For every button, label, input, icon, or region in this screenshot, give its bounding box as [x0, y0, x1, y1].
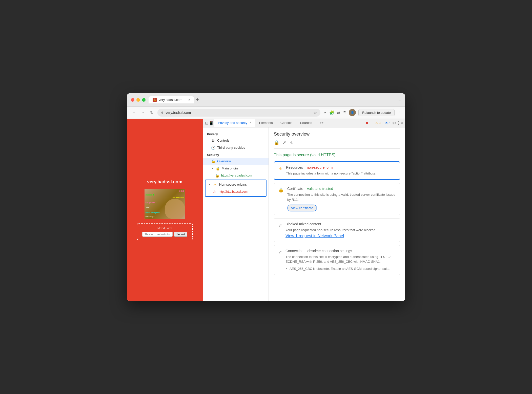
- tab-console[interactable]: Console: [277, 119, 296, 127]
- resources-card-title: Resources – non-secure form: [286, 165, 396, 169]
- connection-card-desc: The connection to this site is encrypted…: [285, 254, 396, 264]
- sidebar-item-overview-label: Overview: [217, 159, 231, 163]
- view-request-link[interactable]: View 1 request in Network Panel: [285, 234, 396, 238]
- nav-bar: ← → ↻ ⊕ very.badssl.com ☆ ✂ 🧩 ⇄ ⚗ 👤 Rela…: [127, 107, 405, 119]
- sidebar-item-cookies-label: Third-party cookies: [217, 146, 245, 149]
- extensions-icon[interactable]: 🧩: [329, 110, 334, 115]
- devtools-selector-icon[interactable]: ⊡: [205, 121, 208, 125]
- certificate-lock-icon: 🔒: [278, 187, 284, 211]
- doge-text-3: mixd content: [173, 196, 184, 199]
- tab-close-button[interactable]: ×: [188, 98, 190, 102]
- sidebar-item-non-secure-label: Non-secure origins: [219, 183, 247, 186]
- mixed-card-desc: Your page requested non-secure resources…: [285, 228, 396, 233]
- view-certificate-button[interactable]: View certificate: [287, 205, 317, 211]
- sidebar-item-main-origin-label: Main origin: [222, 166, 238, 170]
- reload-button[interactable]: ↻: [149, 109, 154, 116]
- https-lock-icon: 🔒: [215, 173, 219, 178]
- privacy-section-title: Privacy: [203, 130, 269, 137]
- mixed-form-label: Mixed Form: [142, 227, 187, 230]
- new-tab-button[interactable]: +: [196, 97, 199, 102]
- resources-title-accent: non-secure form: [307, 165, 333, 169]
- devtools-badges: ✖ 1 ⚠ 3 ✖ 2: [364, 121, 392, 125]
- scissors-icon[interactable]: ✂: [323, 110, 327, 115]
- connection-title-prefix: Connection – obsolete connection setting…: [285, 249, 352, 253]
- sidebar-item-non-secure[interactable]: ▼ ⚠ Non-secure origins: [207, 181, 265, 188]
- form-row: Submit: [142, 232, 187, 237]
- warning-badge[interactable]: ⚠ 3: [374, 121, 382, 125]
- secure-message: This page is secure (valid HTTPS).: [274, 153, 400, 157]
- relaunch-button[interactable]: Relaunch to update: [358, 109, 395, 116]
- tab-bar: 🔒 very.badssl.com × + ⌄: [149, 96, 401, 103]
- doge-text-2: shaaad-1: [146, 194, 154, 196]
- devtools-main-panel: Security overview 🔒 ⤢ ⚠ This page is sec…: [269, 127, 405, 301]
- doge-body: [165, 199, 185, 219]
- connection-bullet-1: AES_256_CBC is obsolete. Enable an AES-G…: [290, 266, 396, 272]
- site-title: very.badssl.com: [147, 179, 182, 185]
- devtools-panel: ⊡ 📱 Privacy and security × Elements Cons…: [203, 119, 405, 301]
- controls-icon: ⚙: [211, 139, 215, 143]
- http-warning-icon: ⚠: [213, 190, 217, 194]
- tab-privacy-security[interactable]: Privacy and security ×: [214, 119, 255, 127]
- chrome-menu-icon[interactable]: ⋮: [397, 110, 401, 115]
- sidebar-item-main-origin[interactable]: ▼ 🔒 Main origin: [203, 165, 269, 172]
- share-icon[interactable]: ⇄: [337, 110, 340, 115]
- tab-menu-button[interactable]: ⌄: [398, 97, 401, 102]
- doge-image: omg shaaad-1 mixd content cbc poodle? wo…: [145, 189, 185, 219]
- back-button[interactable]: ←: [131, 109, 137, 116]
- resources-card-desc: This page includes a form with a non-sec…: [286, 171, 396, 176]
- doge-text-6: needs moar privat: [146, 212, 160, 213]
- active-tab[interactable]: 🔒 very.badssl.com ×: [149, 96, 194, 103]
- bookmark-icon[interactable]: ☆: [313, 110, 317, 115]
- overview-warning-icon[interactable]: ⚠: [289, 140, 293, 145]
- mixed-form-box: Mixed Form Submit: [137, 223, 193, 240]
- address-bar[interactable]: ⊕ very.badssl.com ☆: [157, 109, 320, 117]
- devtools-settings-icon[interactable]: ⚙: [392, 121, 396, 125]
- sidebar-item-http-url[interactable]: ⚠ http://http.badssl.com: [207, 188, 265, 195]
- non-secure-warning-icon: ⚠: [213, 183, 217, 187]
- sidebar-item-cookies[interactable]: 🕐 Third-party cookies: [203, 144, 269, 151]
- security-section-title: Security: [203, 151, 269, 158]
- sidebar-https-url: https://very.badssl.com: [221, 174, 252, 177]
- tab-privacy-security-close[interactable]: ×: [250, 121, 251, 124]
- form-submit-button[interactable]: Submit: [174, 232, 187, 237]
- info-badge[interactable]: ✖ 2: [384, 121, 392, 125]
- resources-title-prefix: Resources –: [286, 165, 307, 169]
- sidebar-item-overview[interactable]: 🔒 Overview: [203, 158, 269, 165]
- cookies-icon: 🕐: [211, 146, 215, 150]
- forward-button[interactable]: →: [140, 109, 146, 116]
- resources-warning-icon: ⚠: [278, 166, 282, 176]
- doge-placeholder: omg shaaad-1 mixd content cbc poodle? wo…: [145, 189, 185, 219]
- sidebar-item-controls[interactable]: ⚙ Controls: [203, 137, 269, 144]
- error-badge[interactable]: ✖ 1: [364, 121, 372, 125]
- tab-elements[interactable]: Elements: [256, 119, 276, 127]
- security-overview-title: Security overview: [274, 132, 400, 137]
- profile-avatar[interactable]: 👤: [349, 109, 356, 116]
- form-input[interactable]: [142, 232, 173, 237]
- connection-card-content: Connection – obsolete connection setting…: [285, 249, 396, 272]
- more-tabs-button[interactable]: >>: [316, 119, 327, 127]
- traffic-lights: [131, 98, 146, 102]
- devtools-device-icon[interactable]: 📱: [209, 121, 214, 125]
- close-traffic-light[interactable]: [131, 98, 134, 102]
- tab-privacy-security-label: Privacy and security: [218, 121, 247, 125]
- lab-icon[interactable]: ⚗: [343, 110, 346, 115]
- certificate-card-title: Certificate – valid and trusted: [287, 187, 396, 191]
- certificate-card-desc: The connection to this site is using a v…: [287, 192, 396, 202]
- mixed-card-content: Blocked mixed content Your page requeste…: [285, 222, 396, 238]
- tab-console-label: Console: [280, 121, 293, 125]
- tab-title: very.badssl.com: [159, 98, 182, 102]
- sidebar-item-https-url[interactable]: 🔒 https://very.badssl.com: [203, 172, 269, 179]
- nav-actions: ✂ 🧩 ⇄ ⚗ 👤 Relaunch to update ⋮: [323, 109, 401, 116]
- resources-card-content: Resources – non-secure form This page in…: [286, 165, 396, 176]
- certificate-title-accent: valid and trusted: [307, 187, 333, 191]
- devtools-close-icon[interactable]: ×: [401, 121, 403, 125]
- connection-icon: ⤢: [278, 249, 282, 272]
- mixed-card-title: Blocked mixed content: [285, 222, 396, 226]
- maximize-traffic-light[interactable]: [142, 98, 146, 102]
- devtools-more-icon[interactable]: ⋮: [396, 121, 400, 125]
- minimize-traffic-light[interactable]: [136, 98, 140, 102]
- tab-sources[interactable]: Sources: [297, 119, 316, 127]
- connection-bullets: AES_256_CBC is obsolete. Enable an AES-G…: [285, 266, 396, 272]
- overview-mixed-icon[interactable]: ⤢: [282, 140, 286, 145]
- overview-lock-icon[interactable]: 🔒: [274, 140, 279, 145]
